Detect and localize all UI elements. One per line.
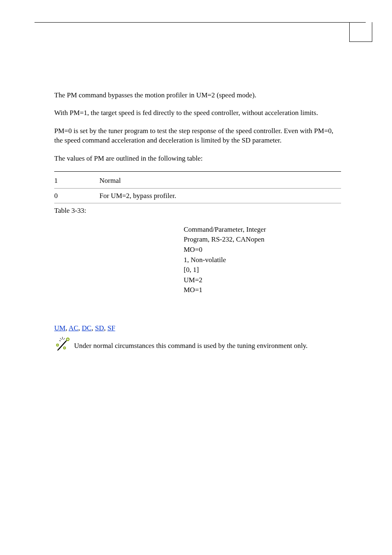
cell-value: For UM=2, bypass profiler. [99,188,341,203]
link-ac[interactable]: AC [69,324,78,332]
cell-key: 1 [54,173,99,188]
prop-channels: Program, RS-232, CANopen [184,235,341,245]
svg-point-5 [57,345,58,345]
note-text: Under normal circumstances this command … [72,342,308,350]
pm-values-table: 1 Normal 0 For UM=2, bypass profiler. [54,173,341,203]
prop-range: [0, 1] [184,265,341,275]
prop-mo1: MO=1 [184,285,341,295]
link-um[interactable]: UM [54,324,65,332]
note-paragraph: Under normal circumstances this command … [54,336,341,356]
cell-value: Normal [99,173,341,188]
magic-wand-icon [54,336,72,356]
table-row: 0 For UM=2, bypass profiler. [54,188,341,203]
prop-mo0: MO=0 [184,245,341,255]
table-caption: Table 3-33: [54,206,341,215]
svg-line-9 [60,338,62,340]
paragraph-pm1: With PM=1, the target speed is fed direc… [54,108,341,117]
paragraph-intro: The PM command bypasses the motion profi… [54,90,341,100]
prop-nonvolatile: 1, Non-volatile [184,255,341,265]
see-also-line: UM, AC, DC, SD, SF [54,323,341,333]
table-row: 1 Normal [54,173,341,188]
page-number-box [349,22,372,42]
header-row [35,22,366,42]
content-area: The PM command bypasses the motion profi… [54,90,366,356]
cell-key: 0 [54,188,99,203]
link-dc[interactable]: DC [82,324,92,332]
link-sd[interactable]: SD [95,324,104,332]
prop-um2: UM=2 [184,275,341,286]
svg-point-7 [64,348,65,348]
table-top-rule [54,171,341,172]
svg-line-10 [63,338,65,340]
paragraph-table-lead: The values of PM are outlined in the fol… [54,154,341,163]
page: The PM command bypasses the motion profi… [0,0,392,555]
properties-block: Command/Parameter, Integer Program, RS-2… [184,225,341,295]
svg-line-11 [59,341,61,341]
svg-point-3 [67,339,68,340]
prop-type: Command/Parameter, Integer [184,225,341,235]
link-sf[interactable]: SF [107,324,115,332]
paragraph-pm0: PM=0 is set by the tuner program to test… [54,126,341,145]
